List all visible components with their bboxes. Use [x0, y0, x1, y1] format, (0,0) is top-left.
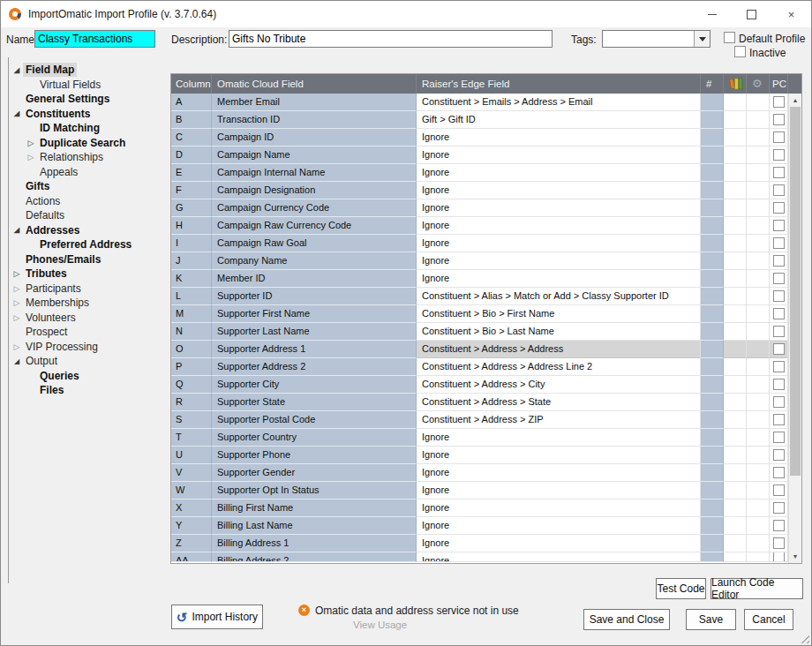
tree-item-files[interactable]: Files: [9, 383, 165, 398]
cell-raisers-edge-field[interactable]: Ignore: [417, 270, 701, 288]
expand-icon[interactable]: ▷: [11, 313, 23, 322]
tree-item-appeals[interactable]: Appeals: [9, 165, 165, 180]
pc-checkbox[interactable]: [773, 537, 785, 549]
tree-item-memberships[interactable]: ▷Memberships: [9, 296, 165, 311]
table-row[interactable]: KMember IDIgnore: [171, 270, 788, 288]
table-row[interactable]: VSupporter GenderIgnore: [171, 464, 788, 482]
cell-raisers-edge-field[interactable]: Constituent > Address > Address: [417, 341, 701, 358]
tree-item-preferred-address[interactable]: Preferred Address: [9, 237, 165, 252]
scroll-down-button[interactable]: ▼: [789, 550, 801, 563]
pc-checkbox[interactable]: [773, 96, 785, 108]
table-row[interactable]: WSupporter Opt In StatusIgnore: [171, 482, 788, 500]
pc-checkbox[interactable]: [773, 255, 785, 267]
table-row[interactable]: AMember EmailConstituent > Emails > Addr…: [171, 94, 788, 111]
table-row[interactable]: GCampaign Currency CodeIgnore: [171, 199, 788, 217]
cell-raisers-edge-field[interactable]: Ignore: [417, 464, 701, 482]
pc-checkbox[interactable]: [773, 502, 785, 514]
table-row[interactable]: ECampaign Internal NameIgnore: [171, 164, 788, 182]
tree-item-participants[interactable]: ▷Participants: [9, 282, 165, 297]
header-omatic-cloud-field[interactable]: Omatic Cloud Field: [212, 74, 417, 94]
tree-item-field-map[interactable]: ◢Field Map: [9, 63, 165, 78]
cell-raisers-edge-field[interactable]: Constituent > Address > City: [417, 376, 701, 394]
cell-raisers-edge-field[interactable]: Ignore: [417, 182, 701, 199]
tree-item-gifts[interactable]: Gifts: [9, 179, 165, 194]
cell-raisers-edge-field[interactable]: Ignore: [417, 235, 701, 252]
tree-item-queries[interactable]: Queries: [9, 369, 165, 384]
collapse-icon[interactable]: ◢: [11, 66, 23, 74]
cell-raisers-edge-field[interactable]: Constituent > Emails > Address > Email: [417, 94, 701, 111]
cell-raisers-edge-field[interactable]: Constituent > Address > ZIP: [417, 411, 701, 429]
pc-checkbox[interactable]: [773, 131, 785, 143]
table-row[interactable]: MSupporter First NameConstituent > Bio >…: [171, 305, 788, 323]
pc-checkbox[interactable]: [773, 396, 785, 408]
tree-item-volunteers[interactable]: ▷Volunteers: [9, 311, 165, 326]
view-usage-link[interactable]: View Usage: [353, 620, 407, 630]
tree-item-relationships[interactable]: ▷Relationships: [9, 150, 165, 165]
table-row[interactable]: TSupporter CountryIgnore: [171, 429, 788, 447]
import-history-button[interactable]: ↺ Import History: [171, 605, 263, 629]
table-row[interactable]: FCampaign DesignationIgnore: [171, 182, 788, 199]
tags-combobox[interactable]: [602, 30, 710, 48]
header-number[interactable]: #: [701, 74, 724, 94]
maximize-button[interactable]: [732, 1, 771, 27]
close-button[interactable]: ×: [771, 1, 811, 27]
pc-checkbox[interactable]: [773, 202, 785, 214]
pc-checkbox[interactable]: [773, 273, 785, 284]
header-pc[interactable]: PC: [770, 74, 788, 94]
table-row[interactable]: YBilling Last NameIgnore: [171, 517, 788, 535]
default-profile-checkbox[interactable]: [724, 32, 735, 43]
table-row[interactable]: LSupporter IDConstituent > Alias > Match…: [171, 288, 788, 305]
pc-checkbox[interactable]: [773, 414, 785, 425]
table-row-partial[interactable]: AABilling Address 2Ignore: [171, 552, 788, 562]
collapse-icon[interactable]: ◢: [11, 226, 23, 234]
test-code-button[interactable]: Test Code: [656, 578, 706, 599]
cell-raisers-edge-field[interactable]: Gift > Gift ID: [417, 111, 701, 129]
table-row[interactable]: OSupporter Address 1Constituent > Addres…: [171, 341, 788, 358]
expand-icon[interactable]: ▷: [11, 284, 23, 293]
launch-code-editor-button[interactable]: Launch Code Editor: [710, 578, 803, 599]
pc-checkbox[interactable]: [773, 379, 785, 390]
pc-checkbox[interactable]: [773, 467, 785, 478]
header-dictionary[interactable]: [724, 74, 747, 94]
expand-icon[interactable]: ▷: [11, 269, 23, 278]
collapse-icon[interactable]: ◢: [11, 109, 23, 117]
tree-item-virtual-fields[interactable]: Virtual Fields: [9, 78, 165, 93]
cell-raisers-edge-field[interactable]: Ignore: [417, 482, 701, 500]
cell-raisers-edge-field[interactable]: Constituent > Bio > First Name: [417, 305, 701, 323]
expand-icon[interactable]: ▷: [25, 153, 37, 162]
tree-item-phones-emails[interactable]: Phones/Emails: [9, 252, 165, 267]
table-row[interactable]: DCampaign NameIgnore: [171, 146, 788, 164]
table-row[interactable]: JCompany NameIgnore: [171, 252, 788, 270]
resize-grip-icon[interactable]: [798, 632, 809, 643]
table-row[interactable]: USupporter PhoneIgnore: [171, 447, 788, 464]
tree-item-general-settings[interactable]: General Settings: [9, 92, 165, 107]
cell-raisers-edge-field[interactable]: Ignore: [417, 535, 701, 552]
pc-checkbox[interactable]: [773, 220, 785, 231]
pc-checkbox[interactable]: [773, 149, 785, 161]
header-processing[interactable]: ⚙: [747, 74, 770, 94]
cell-raisers-edge-field[interactable]: Ignore: [417, 199, 701, 217]
cell-raisers-edge-field[interactable]: Ignore: [417, 129, 701, 146]
cell-raisers-edge-field[interactable]: Ignore: [417, 552, 701, 562]
expand-icon[interactable]: ▷: [25, 139, 37, 147]
table-row[interactable]: ZBilling Address 1Ignore: [171, 535, 788, 552]
name-input[interactable]: [34, 30, 155, 48]
tree-item-prospect[interactable]: Prospect: [9, 325, 165, 340]
table-row[interactable]: XBilling First NameIgnore: [171, 500, 788, 517]
pc-checkbox[interactable]: [773, 308, 785, 319]
table-row[interactable]: HCampaign Raw Currency CodeIgnore: [171, 217, 788, 235]
pc-checkbox[interactable]: [773, 290, 785, 302]
tree-item-id-matching[interactable]: ID Matching: [9, 121, 165, 136]
header-column[interactable]: Column: [171, 74, 212, 94]
tree-item-duplicate-search[interactable]: ▷Duplicate Search: [9, 136, 165, 151]
pc-checkbox[interactable]: [773, 552, 785, 562]
pc-checkbox[interactable]: [773, 449, 785, 461]
cell-raisers-edge-field[interactable]: Ignore: [417, 517, 701, 535]
pc-checkbox[interactable]: [773, 184, 785, 196]
minimize-button[interactable]: [692, 1, 732, 27]
expand-icon[interactable]: ▷: [11, 298, 23, 307]
table-row[interactable]: NSupporter Last NameConstituent > Bio > …: [171, 323, 788, 341]
table-row[interactable]: CCampaign IDIgnore: [171, 129, 788, 146]
table-row[interactable]: SSupporter Postal CodeConstituent > Addr…: [171, 411, 788, 429]
table-row[interactable]: BTransaction IDGift > Gift ID: [171, 111, 788, 129]
